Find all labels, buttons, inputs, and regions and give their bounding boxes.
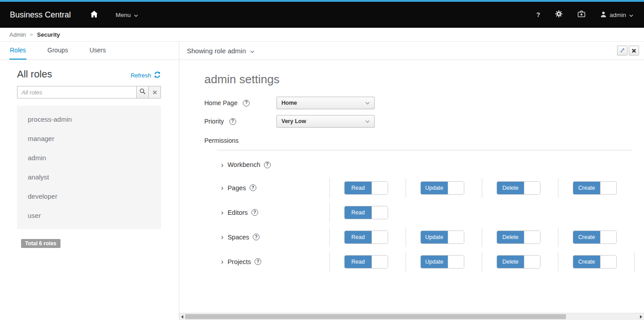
clear-search-button[interactable] <box>149 86 161 98</box>
role-list-item[interactable]: manager <box>17 129 161 148</box>
breadcrumb-separator: » <box>30 31 33 38</box>
cell-divider <box>329 203 330 222</box>
toggle-on-label: Read <box>345 231 372 243</box>
home-page-select[interactable]: Home <box>277 97 375 109</box>
permission-cell: Create <box>558 227 634 247</box>
permission-row-editors: › Editors ? Read <box>204 200 644 225</box>
refresh-button[interactable]: Refresh <box>130 71 161 80</box>
toggle-pages-create[interactable]: Create <box>573 181 617 195</box>
toggle-projects-delete[interactable]: Delete <box>497 255 540 269</box>
chevron-down-icon <box>629 12 633 18</box>
chevron-right-icon[interactable]: › <box>221 233 224 241</box>
tab-roles[interactable]: Roles <box>9 42 26 60</box>
toggle-handle <box>372 206 388 219</box>
cell-divider <box>558 252 558 272</box>
permission-name-cell: › Workbench ? <box>204 161 329 169</box>
home-page-field-row: Home Page ? Home <box>204 97 644 109</box>
help-circle-icon[interactable]: ? <box>250 184 256 191</box>
showing-role-dropdown[interactable]: Showing role admin <box>187 47 255 55</box>
medkit-icon <box>578 10 585 19</box>
top-navbar: Business Central Menu ? <box>0 2 644 28</box>
chevron-down-icon <box>134 12 138 18</box>
breadcrumb-admin-link[interactable]: Admin <box>9 31 26 38</box>
search-button[interactable] <box>137 86 149 98</box>
toggle-pages-update[interactable]: Update <box>420 181 464 195</box>
navbar-utilities: ? <box>529 10 634 19</box>
app-brand[interactable]: Business Central <box>10 10 71 20</box>
panel-window-buttons <box>617 46 639 55</box>
toggle-pages-read[interactable]: Read <box>344 181 388 195</box>
permission-cell: Delete <box>482 227 558 247</box>
cell-divider <box>558 227 558 247</box>
toggle-handle <box>524 231 540 243</box>
permission-name: Spaces <box>228 234 249 241</box>
permission-row-projects: › Projects ? Read Update <box>204 249 644 274</box>
help-circle-icon[interactable]: ? <box>243 100 250 107</box>
sidebar-tabs: Roles Groups Users <box>0 42 179 60</box>
admin-tools-button[interactable] <box>570 10 593 19</box>
toggle-on-label: Create <box>573 231 600 243</box>
help-button[interactable]: ? <box>529 11 548 18</box>
permission-cell: Update <box>406 227 482 247</box>
home-nav-button[interactable] <box>91 11 98 19</box>
chevron-down-icon <box>365 120 370 123</box>
settings-button[interactable] <box>548 10 570 19</box>
toggle-pages-delete[interactable]: Delete <box>497 181 540 195</box>
field-label-text: Home Page <box>204 99 238 107</box>
toggle-handle <box>372 231 388 243</box>
roles-search-input[interactable] <box>17 86 137 98</box>
scrollbar-thumb[interactable] <box>185 314 566 319</box>
clear-icon <box>153 88 157 96</box>
toggle-handle <box>600 182 616 194</box>
permission-name-cell: › Editors ? <box>204 209 329 216</box>
settings-title: admin settings <box>204 73 644 86</box>
role-list-item[interactable]: user <box>17 206 161 225</box>
chevron-down-icon <box>365 102 370 105</box>
toggle-projects-update[interactable]: Update <box>420 255 464 269</box>
tab-groups[interactable]: Groups <box>47 42 69 60</box>
tab-users[interactable]: Users <box>89 42 107 60</box>
content-layout: Roles Groups Users All roles Refresh <box>0 42 644 320</box>
user-menu[interactable]: admin <box>593 11 634 19</box>
scroll-right-arrow[interactable] <box>640 315 642 319</box>
toggle-projects-create[interactable]: Create <box>573 255 617 269</box>
role-list-item[interactable]: admin <box>17 148 161 167</box>
role-detail-panel: Showing role admin <box>179 42 644 320</box>
priority-select[interactable]: Very Low <box>277 115 375 128</box>
roles-search-group <box>17 86 161 98</box>
help-circle-icon[interactable]: ? <box>255 258 261 265</box>
field-label-text: Priority <box>204 118 224 125</box>
role-list-item[interactable]: process-admin <box>17 110 161 129</box>
chevron-right-icon[interactable]: › <box>221 161 224 169</box>
toggle-spaces-update[interactable]: Update <box>420 230 464 244</box>
toggle-on-label: Update <box>421 231 448 243</box>
role-list-item[interactable]: analyst <box>17 167 161 187</box>
toggle-handle <box>372 182 388 194</box>
priority-field-row: Priority ? Very Low <box>204 115 644 128</box>
help-circle-icon[interactable]: ? <box>253 234 259 240</box>
permission-row-pages: › Pages ? Read Update <box>204 175 644 200</box>
cell-divider <box>406 227 406 247</box>
help-circle-icon[interactable]: ? <box>264 162 271 168</box>
chevron-right-icon[interactable]: › <box>221 209 224 216</box>
toggle-spaces-read[interactable]: Read <box>344 230 388 244</box>
permission-cell: Read <box>329 252 406 272</box>
close-panel-button[interactable] <box>629 46 639 55</box>
help-circle-icon[interactable]: ? <box>229 118 236 125</box>
selected-value: Very Low <box>281 118 306 124</box>
toggle-editors-read[interactable]: Read <box>344 206 388 219</box>
chevron-right-icon[interactable]: › <box>221 258 224 265</box>
scroll-left-arrow[interactable] <box>181 315 183 319</box>
toggle-spaces-delete[interactable]: Delete <box>497 230 540 244</box>
toggle-on-label: Delete <box>497 256 524 268</box>
toggle-spaces-create[interactable]: Create <box>573 230 617 244</box>
user-icon <box>601 11 606 19</box>
toggle-projects-read[interactable]: Read <box>344 255 388 269</box>
help-circle-icon[interactable]: ? <box>251 209 258 216</box>
expand-panel-button[interactable] <box>617 46 627 55</box>
chevron-right-icon[interactable]: › <box>221 184 224 192</box>
permission-name: Workbench <box>228 161 260 168</box>
role-settings-content: admin settings Home Page ? Home Priority… <box>179 60 644 320</box>
menu-dropdown[interactable]: Menu <box>116 12 138 18</box>
role-list-item[interactable]: developer <box>17 187 161 206</box>
